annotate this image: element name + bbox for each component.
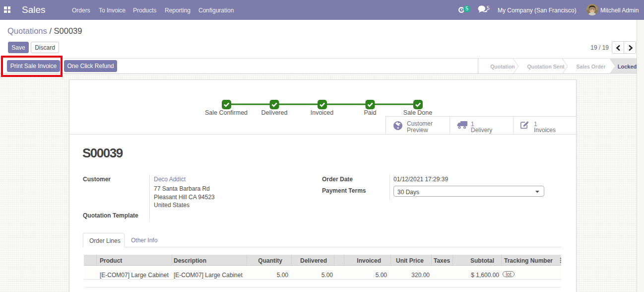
svg-text:Sales Order: Sales Order: [577, 64, 606, 70]
svg-text:Quotation Sent: Quotation Sent: [527, 64, 565, 70]
svg-text:Locked: Locked: [618, 64, 637, 70]
svg-text:Quotation: Quotation: [490, 64, 515, 70]
